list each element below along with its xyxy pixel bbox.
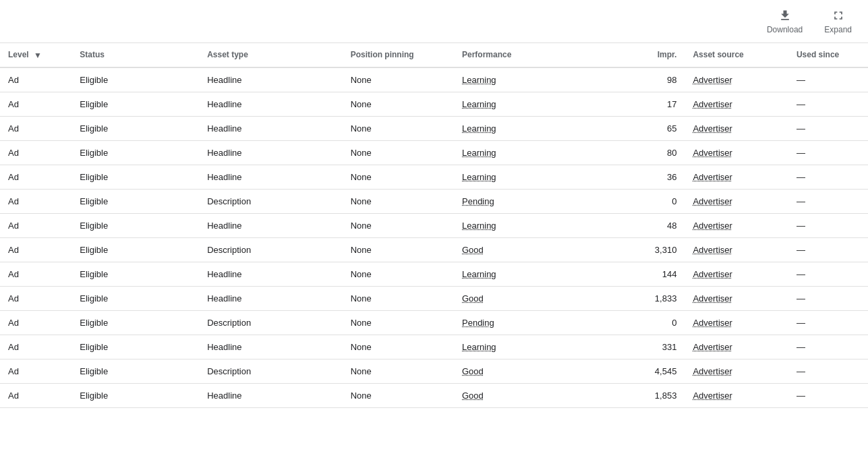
expand-button[interactable]: Expand — [819, 6, 857, 37]
performance-link[interactable]: Good — [462, 366, 484, 376]
header-row: Level ▼ Status Asset type Position pinni… — [0, 43, 868, 67]
cell-asset-source[interactable]: Advertiser — [685, 140, 788, 165]
cell-level: Ad — [0, 116, 71, 140]
cell-impr: 331 — [613, 335, 685, 359]
performance-link[interactable]: Learning — [462, 269, 496, 279]
col-header-level[interactable]: Level ▼ — [0, 43, 71, 67]
asset-source-link[interactable]: Advertiser — [693, 75, 732, 85]
col-header-status: Status — [71, 43, 199, 67]
cell-level: Ad — [0, 310, 71, 335]
cell-used-since: — — [788, 116, 868, 140]
cell-asset-type: Headline — [199, 335, 343, 359]
table-row: Ad Eligible Headline None Learning 98 Ad… — [0, 67, 868, 92]
asset-source-link[interactable]: Advertiser — [693, 196, 732, 206]
cell-status: Eligible — [71, 383, 199, 407]
asset-source-link[interactable]: Advertiser — [693, 342, 732, 352]
cell-performance[interactable]: Good — [454, 359, 613, 383]
data-table: Level ▼ Status Asset type Position pinni… — [0, 43, 868, 408]
cell-level: Ad — [0, 359, 71, 383]
cell-position-pinning: None — [343, 383, 454, 407]
cell-asset-source[interactable]: Advertiser — [685, 262, 788, 286]
cell-used-since: — — [788, 165, 868, 189]
performance-link[interactable]: Learning — [462, 99, 496, 109]
performance-link[interactable]: Learning — [462, 123, 496, 134]
cell-used-since: — — [788, 262, 868, 286]
cell-status: Eligible — [71, 213, 199, 237]
performance-link[interactable]: Learning — [462, 148, 496, 158]
cell-position-pinning: None — [343, 116, 454, 140]
cell-impr: 17 — [613, 92, 685, 116]
cell-asset-source[interactable]: Advertiser — [685, 335, 788, 359]
cell-asset-type: Headline — [199, 92, 343, 116]
cell-asset-source[interactable]: Advertiser — [685, 213, 788, 237]
asset-source-link[interactable]: Advertiser — [693, 269, 732, 279]
asset-source-link[interactable]: Advertiser — [693, 99, 732, 109]
cell-performance[interactable]: Pending — [454, 310, 613, 335]
toolbar: Download Expand — [0, 0, 868, 43]
table-header: Level ▼ Status Asset type Position pinni… — [0, 43, 868, 67]
cell-position-pinning: None — [343, 140, 454, 165]
cell-impr: 48 — [613, 213, 685, 237]
asset-source-link[interactable]: Advertiser — [693, 293, 732, 304]
asset-source-link[interactable]: Advertiser — [693, 245, 732, 255]
performance-link[interactable]: Good — [462, 391, 484, 401]
download-button[interactable]: Download — [761, 6, 808, 37]
cell-performance[interactable]: Learning — [454, 67, 613, 92]
cell-asset-source[interactable]: Advertiser — [685, 310, 788, 335]
cell-status: Eligible — [71, 140, 199, 165]
performance-link[interactable]: Good — [462, 245, 484, 255]
performance-link[interactable]: Pending — [462, 318, 494, 328]
cell-impr: 36 — [613, 165, 685, 189]
cell-position-pinning: None — [343, 237, 454, 262]
cell-position-pinning: None — [343, 359, 454, 383]
performance-link[interactable]: Learning — [462, 342, 496, 352]
cell-impr: 0 — [613, 189, 685, 213]
cell-asset-source[interactable]: Advertiser — [685, 92, 788, 116]
performance-link[interactable]: Learning — [462, 172, 496, 182]
performance-link[interactable]: Learning — [462, 221, 496, 231]
cell-asset-source[interactable]: Advertiser — [685, 359, 788, 383]
performance-link[interactable]: Learning — [462, 75, 496, 85]
cell-asset-source[interactable]: Advertiser — [685, 286, 788, 310]
cell-position-pinning: None — [343, 286, 454, 310]
cell-position-pinning: None — [343, 262, 454, 286]
cell-asset-source[interactable]: Advertiser — [685, 165, 788, 189]
table-container: Level ▼ Status Asset type Position pinni… — [0, 43, 868, 408]
cell-level: Ad — [0, 213, 71, 237]
cell-performance[interactable]: Learning — [454, 92, 613, 116]
cell-performance[interactable]: Learning — [454, 165, 613, 189]
cell-asset-type: Headline — [199, 213, 343, 237]
cell-performance[interactable]: Good — [454, 383, 613, 407]
cell-asset-source[interactable]: Advertiser — [685, 237, 788, 262]
cell-performance[interactable]: Good — [454, 237, 613, 262]
cell-performance[interactable]: Pending — [454, 189, 613, 213]
asset-source-link[interactable]: Advertiser — [693, 148, 732, 158]
asset-source-link[interactable]: Advertiser — [693, 391, 732, 401]
asset-source-link[interactable]: Advertiser — [693, 318, 732, 328]
asset-source-link[interactable]: Advertiser — [693, 123, 732, 134]
cell-performance[interactable]: Learning — [454, 262, 613, 286]
cell-performance[interactable]: Learning — [454, 116, 613, 140]
table-row: Ad Eligible Headline None Learning 80 Ad… — [0, 140, 868, 165]
cell-status: Eligible — [71, 237, 199, 262]
cell-status: Eligible — [71, 286, 199, 310]
asset-source-link[interactable]: Advertiser — [693, 221, 732, 231]
cell-status: Eligible — [71, 335, 199, 359]
cell-asset-source[interactable]: Advertiser — [685, 116, 788, 140]
asset-source-link[interactable]: Advertiser — [693, 172, 732, 182]
cell-status: Eligible — [71, 189, 199, 213]
cell-performance[interactable]: Good — [454, 286, 613, 310]
cell-performance[interactable]: Learning — [454, 140, 613, 165]
performance-link[interactable]: Pending — [462, 196, 494, 206]
performance-link[interactable]: Good — [462, 293, 484, 304]
cell-asset-source[interactable]: Advertiser — [685, 189, 788, 213]
cell-position-pinning: None — [343, 335, 454, 359]
cell-level: Ad — [0, 189, 71, 213]
table-row: Ad Eligible Headline None Learning 331 A… — [0, 335, 868, 359]
cell-performance[interactable]: Learning — [454, 213, 613, 237]
cell-asset-source[interactable]: Advertiser — [685, 67, 788, 92]
cell-performance[interactable]: Learning — [454, 335, 613, 359]
cell-impr: 65 — [613, 116, 685, 140]
cell-asset-source[interactable]: Advertiser — [685, 383, 788, 407]
asset-source-link[interactable]: Advertiser — [693, 366, 732, 376]
